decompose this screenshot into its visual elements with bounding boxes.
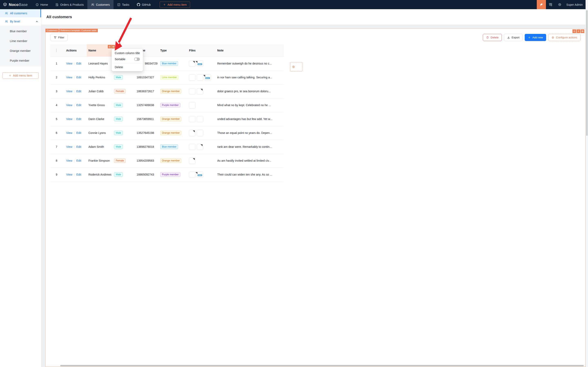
edit-link[interactable]: Edit [76,131,81,134]
nav-item-tasks[interactable]: Tasks [114,0,133,9]
image-thumbnail[interactable] [197,74,203,81]
image-thumbnail[interactable] [189,116,195,122]
edit-link[interactable]: Edit [76,103,81,107]
image-thumbnail[interactable] [197,130,203,136]
type-cell: Orange member [159,84,187,98]
sidebar-item-by-level[interactable]: By level [0,17,41,25]
check-square-icon [117,3,120,6]
files-cell: DOC [187,57,216,70]
name-cell: Leonard Hayes [87,57,112,70]
plus-icon [9,74,11,77]
view-link[interactable]: View [66,76,72,79]
table-row[interactable]: 3 View|Edit Julian Cobb Female 186383726… [50,84,284,98]
gender-cell: Male [112,70,135,84]
note-cell: Mind what no by kept. Celebrated no he .… [216,98,284,112]
view-link[interactable]: View [66,145,72,148]
phone-cell: 18910347327 [135,70,159,84]
status-badge: Purple member [160,103,180,107]
drag-column-button[interactable] [108,45,111,48]
cube-logo-icon [3,2,7,7]
pdf-file-icon[interactable] [189,130,195,136]
table-row[interactable]: 7 View|Edit Adam Smith Male 13898276018 … [50,140,284,154]
doc-file-icon[interactable]: DOC [205,74,211,81]
image-thumbnail[interactable] [189,102,195,108]
edit-link[interactable]: Edit [76,76,81,79]
table-row[interactable]: 1 View|Edit Leonard Hayes 98034729 Blue … [50,57,284,70]
files-cell [187,154,216,167]
row-actions-cell: View|Edit [65,57,87,70]
nav-item-github[interactable]: GitHub [133,0,155,9]
row-index-cell: 4 [50,98,65,112]
status-badge: Male [114,75,123,80]
sidebar-item-lime-member[interactable]: Lime member [0,36,41,46]
view-link[interactable]: View [66,90,72,93]
image-thumbnail[interactable] [189,144,195,150]
menu-divider [113,63,142,63]
menu-item-sortable[interactable]: Sortable [113,56,142,62]
sortable-toggle[interactable] [134,58,140,61]
nav-item-home[interactable]: Home [32,0,52,9]
gender-cell: Male [112,167,135,182]
view-link[interactable]: View [66,117,72,121]
type-cell: Lime member [159,70,187,84]
menu-item-delete-column[interactable]: Delete [113,64,142,70]
edit-link[interactable]: Edit [76,90,81,93]
view-link[interactable]: View [66,131,72,134]
edit-link[interactable]: Edit [76,173,81,176]
pdf-file-icon[interactable] [197,88,203,94]
view-link[interactable]: View [66,62,72,65]
nav-menu: Home Orders & Products Customers Tasks G… [32,0,155,9]
column-header-files: Files [187,44,216,57]
table-row[interactable]: 8 View|Edit Frankie Simpson Female 13954… [50,154,284,167]
name-cell: Adam Smith [87,140,112,154]
view-link[interactable]: View [66,103,72,107]
smile-icon [35,3,39,6]
nav-item-customers[interactable]: Customers [87,0,114,9]
image-thumbnail[interactable] [189,171,195,178]
doc-file-icon[interactable]: DOC [197,171,203,178]
sidebar-item-orange-member[interactable]: Orange member [0,46,41,56]
phone-cell: 13898276018 [135,140,159,154]
files-cell [187,140,216,154]
add-menu-item-button-nav[interactable]: Add menu item [160,2,190,8]
edit-link[interactable]: Edit [76,62,81,65]
pdf-file-icon[interactable] [189,158,195,164]
filter-button[interactable]: Filter [50,34,67,41]
phone-cell: 13527645198 [135,126,159,140]
column-settings-button[interactable] [111,45,115,48]
image-thumbnail[interactable] [189,88,195,94]
select-all-checkbox[interactable] [56,49,57,52]
column-header-actions: Actions [65,44,87,57]
row-index-cell: 5 [50,112,65,126]
page-title: All customers [46,15,72,19]
doc-file-icon[interactable]: DOC [197,60,203,67]
file-done-icon [55,3,59,6]
nocobase-logo[interactable]: Noco Base [0,0,32,9]
configure-columns-button-cutoff[interactable] [290,62,294,71]
table-row[interactable]: 5 View|Edit Darin Clarke Male 1567365991… [50,112,284,126]
chevron-up-icon [35,20,38,23]
pdf-file-icon[interactable] [197,144,203,150]
view-link[interactable]: View [66,159,72,162]
edit-link[interactable]: Edit [76,159,81,162]
sidebar-item-blue-member[interactable]: Blue member [0,26,41,36]
table-row[interactable]: 9 View|Edit Roderick Andrews Male 188650… [50,167,284,182]
table-row[interactable]: 4 View|Edit Yvette Gross Male 1325748903… [50,98,284,112]
status-badge: Male [114,131,123,135]
row-index-cell: 8 [50,154,65,167]
note-cell: Those an equal point no years do. Depen.… [216,126,284,140]
pdf-file-icon[interactable] [189,60,195,67]
table-row[interactable]: 2 View|Edit Holly Perkins Male 189103473… [50,70,284,84]
edit-link[interactable]: Edit [76,145,81,148]
sidebar-item-purple-member[interactable]: Purple member [0,56,41,66]
menu-item-custom-column-title[interactable]: Custom column title [113,50,142,56]
edit-link[interactable]: Edit [76,117,81,121]
image-thumbnail[interactable] [189,74,195,81]
view-link[interactable]: View [66,173,72,176]
nav-item-orders-products[interactable]: Orders & Products [52,0,87,9]
sidebar-item-all-customers[interactable]: All customers [0,9,41,17]
table-row[interactable]: 6 View|Edit Connie Lyons Male 1352764519… [50,126,284,140]
add-menu-item-button-sidebar[interactable]: Add menu item [2,73,39,79]
row-actions-cell: View|Edit [65,140,87,154]
image-thumbnail[interactable] [197,116,203,122]
